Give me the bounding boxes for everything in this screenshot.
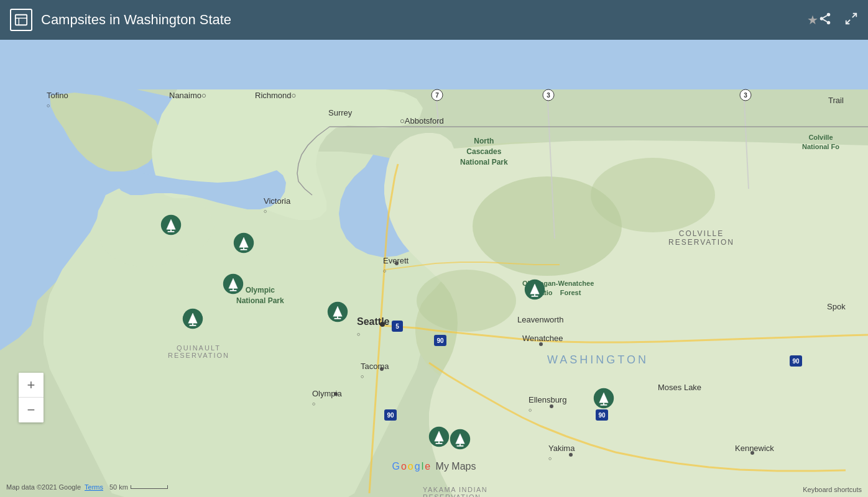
header-actions xyxy=(818,12,858,29)
zoom-controls: + − xyxy=(19,373,44,422)
svg-text:7: 7 xyxy=(435,92,439,99)
svg-point-21 xyxy=(591,158,715,232)
terms-link[interactable]: Terms xyxy=(85,483,103,491)
svg-text:3: 3 xyxy=(547,92,550,99)
svg-point-46 xyxy=(539,342,543,346)
campsite-marker-2[interactable] xyxy=(233,232,255,254)
svg-point-22 xyxy=(417,270,516,332)
zoom-out-button[interactable]: − xyxy=(19,398,44,422)
google-brand: Google My Maps xyxy=(392,461,476,472)
svg-point-3 xyxy=(827,12,831,16)
svg-point-48 xyxy=(569,453,573,457)
svg-text:3: 3 xyxy=(744,92,747,99)
svg-point-5 xyxy=(827,21,831,24)
svg-point-43 xyxy=(380,322,385,327)
svg-point-47 xyxy=(550,404,553,408)
svg-text:90: 90 xyxy=(387,412,394,419)
header: Campsites in Washington State ★ xyxy=(0,0,868,40)
campsite-marker-8[interactable] xyxy=(428,426,450,448)
campsite-marker-1[interactable] xyxy=(160,214,182,236)
map-container[interactable]: 5 90 90 90 82 90 7 3 3 xyxy=(0,40,868,497)
svg-point-49 xyxy=(750,451,754,455)
footer: Map data ©2021 Google Terms 50 km xyxy=(0,477,868,497)
page-title: Campsites in Washington State xyxy=(41,12,801,28)
svg-line-6 xyxy=(823,19,827,22)
svg-text:90: 90 xyxy=(436,337,444,344)
scale-label: 50 km xyxy=(109,483,128,491)
svg-line-9 xyxy=(846,19,850,23)
svg-point-4 xyxy=(820,17,824,21)
scale-bar xyxy=(131,485,168,489)
google-g: G xyxy=(392,461,400,472)
svg-line-8 xyxy=(852,13,856,17)
svg-line-7 xyxy=(823,15,827,17)
map-attribution: Map data ©2021 Google xyxy=(6,483,81,491)
campsite-marker-4[interactable] xyxy=(182,308,204,330)
campsite-marker-3[interactable] xyxy=(222,273,244,295)
zoom-in-button[interactable]: + xyxy=(19,373,44,398)
svg-point-44 xyxy=(380,367,384,371)
svg-point-45 xyxy=(334,392,338,396)
svg-rect-0 xyxy=(16,15,27,25)
campsite-marker-9[interactable] xyxy=(449,428,471,450)
fullscreen-icon[interactable] xyxy=(844,12,858,29)
svg-text:5: 5 xyxy=(395,323,399,330)
svg-text:90: 90 xyxy=(598,412,606,419)
svg-text:90: 90 xyxy=(792,358,800,365)
keyboard-shortcuts[interactable]: Keyboard shortcuts xyxy=(803,486,862,493)
map-icon xyxy=(10,9,32,31)
campsite-marker-5[interactable] xyxy=(326,301,349,323)
share-icon[interactable] xyxy=(818,12,832,29)
campsite-marker-6[interactable] xyxy=(524,278,546,301)
campsite-marker-7[interactable] xyxy=(593,387,615,409)
svg-point-42 xyxy=(395,262,399,265)
star-icon[interactable]: ★ xyxy=(807,12,818,27)
